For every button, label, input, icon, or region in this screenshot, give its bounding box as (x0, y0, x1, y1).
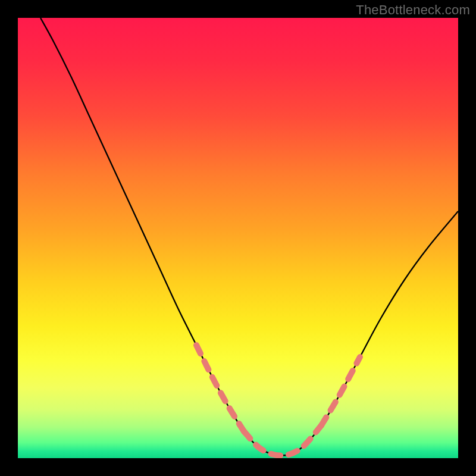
bottleneck-curve (18, 18, 458, 458)
chart-frame (18, 18, 458, 458)
watermark-text: TheBottleneck.com (356, 2, 470, 18)
